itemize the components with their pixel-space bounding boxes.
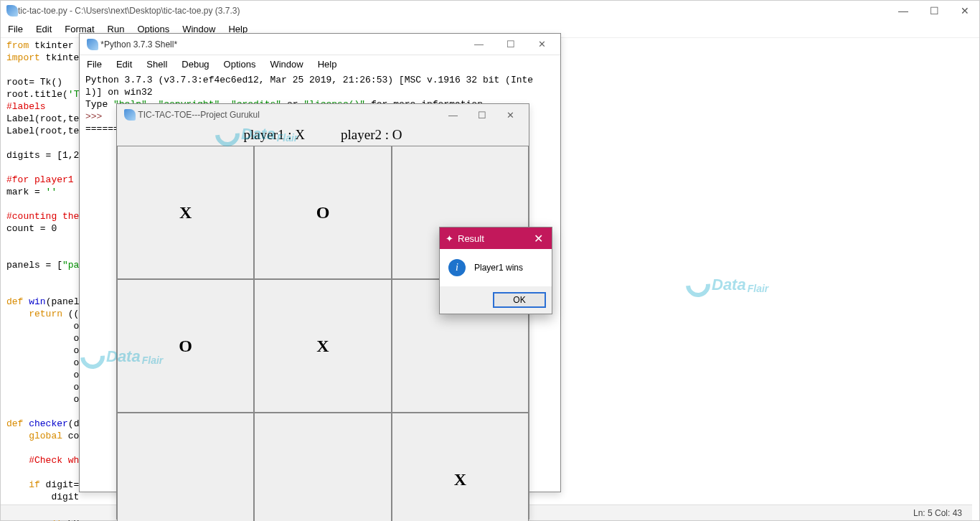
close-icon[interactable]: ✕ <box>531 232 546 245</box>
dialog-title-text: Result <box>458 233 484 244</box>
cell-9[interactable]: X <box>392 413 529 521</box>
shell-prompt: >>> <box>85 111 108 122</box>
dialog-body: i Player1 wins <box>440 249 552 286</box>
game-title-text: TIC-TAC-TOE---Project Gurukul <box>138 110 260 120</box>
cell-1[interactable]: X <box>117 146 254 279</box>
python-icon <box>87 39 98 50</box>
ide-titlebar: tic-tac-toe.py - C:\Users\next\Desktop\t… <box>1 1 979 21</box>
shell-menubar: File Edit Shell Debug Options Window Hel… <box>80 55 560 72</box>
shell-titlebar: *Python 3.7.3 Shell* — ☐ ✕ <box>80 34 560 55</box>
cell-8[interactable] <box>254 413 391 521</box>
menu-edit[interactable]: Edit <box>36 24 52 34</box>
maximize-button[interactable]: ☐ <box>499 37 522 51</box>
menu-file[interactable]: File <box>8 24 23 34</box>
shell-window-controls: — ☐ ✕ <box>467 37 553 51</box>
minimize-button[interactable]: — <box>441 108 465 122</box>
dialog-buttons: OK <box>440 286 552 314</box>
cursor-position: Ln: 5 Col: 43 <box>913 508 962 518</box>
game-window-controls: — ☐ ✕ <box>441 108 522 122</box>
dialog-titlebar: ✦ Result ✕ <box>440 227 552 249</box>
shell-title-text: *Python 3.7.3 Shell* <box>100 39 177 50</box>
ide-window-controls: — ☐ ✕ <box>894 4 974 18</box>
ide-title-text: tic-tac-toe.py - C:\Users\next\Desktop\t… <box>18 6 240 16</box>
minimize-button[interactable]: — <box>894 4 913 18</box>
menu-help[interactable]: Help <box>318 59 337 70</box>
menu-options[interactable]: Options <box>224 59 256 70</box>
tk-icon <box>124 109 136 121</box>
python-icon <box>6 5 18 17</box>
menu-file[interactable]: File <box>87 59 102 70</box>
cell-7[interactable] <box>117 413 254 521</box>
maximize-button[interactable]: ☐ <box>471 108 494 122</box>
game-board: X O O X X <box>117 146 529 521</box>
close-button[interactable]: ✕ <box>531 37 553 51</box>
cell-4[interactable]: O <box>117 279 254 413</box>
player1-label: player1 : X <box>244 127 305 144</box>
dialog-message: Player1 wins <box>474 263 523 273</box>
close-button[interactable]: ✕ <box>956 4 974 18</box>
menu-window[interactable]: Window <box>270 59 303 70</box>
tk-icon: ✦ <box>446 233 453 244</box>
player2-label: player2 : O <box>341 127 402 144</box>
game-titlebar: TIC-TAC-TOE---Project Gurukul — ☐ ✕ <box>117 104 529 126</box>
menu-edit[interactable]: Edit <box>116 59 132 70</box>
minimize-button[interactable]: — <box>467 37 491 51</box>
ok-button[interactable]: OK <box>493 292 546 308</box>
info-icon: i <box>448 259 466 276</box>
game-player-labels: player1 : X player2 : O <box>117 126 529 144</box>
menu-shell[interactable]: Shell <box>146 59 167 70</box>
maximize-button[interactable]: ☐ <box>925 4 943 18</box>
close-button[interactable]: ✕ <box>499 108 522 122</box>
cell-2[interactable]: O <box>254 146 391 279</box>
menu-debug[interactable]: Debug <box>182 59 209 70</box>
cell-5[interactable]: X <box>254 279 391 413</box>
result-dialog: ✦ Result ✕ i Player1 wins OK <box>439 227 552 314</box>
